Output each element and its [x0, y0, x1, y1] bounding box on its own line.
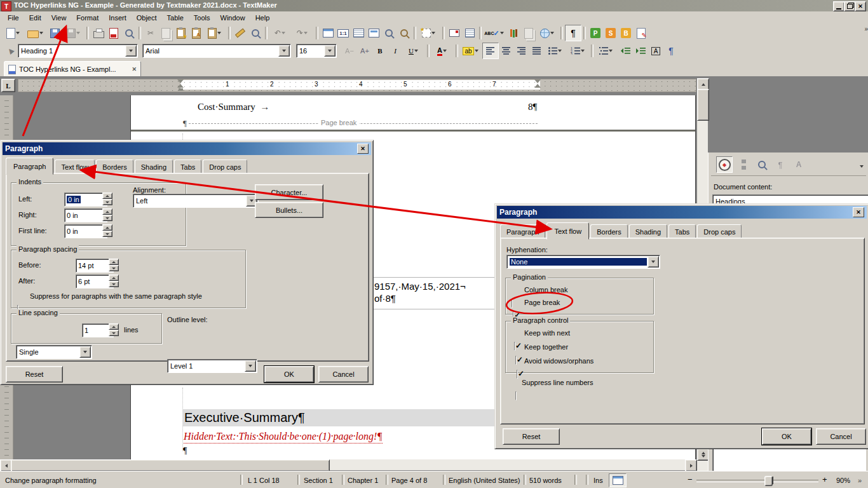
app-icon[interactable]: T: [1, 1, 11, 11]
save-all-button[interactable]: [62, 25, 85, 41]
right-indent-marker-top[interactable]: [534, 79, 541, 83]
left-indent-spinner[interactable]: [102, 193, 112, 205]
reset-button[interactable]: Reset: [6, 366, 63, 383]
undo-button[interactable]: ↶: [269, 25, 292, 41]
before-field[interactable]: 14 pt: [76, 259, 114, 273]
before-spinner[interactable]: [109, 259, 119, 271]
tab-shading[interactable]: Shading: [629, 224, 667, 239]
paste-special-button[interactable]: ★: [173, 25, 189, 41]
character-button[interactable]: Character...: [255, 184, 323, 200]
menu-table[interactable]: Table: [162, 13, 189, 23]
tab-paragraph[interactable]: Paragraph: [500, 224, 545, 239]
numbered-list-button[interactable]: 123: [567, 43, 589, 58]
dialog2-close-button[interactable]: ✕: [853, 207, 864, 217]
paste-button[interactable]: [204, 25, 226, 41]
thesaurus-button[interactable]: [506, 25, 521, 41]
minimize-button[interactable]: [833, 1, 844, 11]
show-formatting-marks-button[interactable]: ¶: [565, 25, 581, 41]
doc-fragment-line2[interactable]: of·8¶: [374, 293, 396, 304]
menu-format[interactable]: Format: [71, 13, 104, 23]
grow-font-button[interactable]: A+: [357, 43, 372, 58]
exec-summary-heading[interactable]: Executive·Summary¶: [184, 410, 305, 425]
line-spacing-dropdown[interactable]: [79, 346, 91, 358]
bullets-button[interactable]: Bullets...: [255, 202, 323, 218]
copy-button[interactable]: [158, 25, 173, 41]
save-button[interactable]: [47, 25, 62, 41]
status-overflow-chevron[interactable]: »: [858, 477, 862, 484]
suppress-line-numbers-checkbox[interactable]: [515, 391, 517, 400]
status-word-count[interactable]: 510 words: [529, 477, 562, 484]
cut-button[interactable]: ✂: [143, 25, 158, 41]
cancel-button[interactable]: Cancel: [318, 366, 369, 383]
dialog2-title-bar[interactable]: Paragraph ✕: [497, 206, 867, 219]
avoid-widows-checkbox[interactable]: [517, 370, 518, 379]
after-spinner[interactable]: [109, 274, 119, 287]
ok-button[interactable]: OK: [264, 366, 314, 383]
status-section[interactable]: Section 1: [304, 477, 333, 484]
menu-tools[interactable]: Tools: [189, 13, 215, 23]
tab-borders[interactable]: Borders: [590, 224, 628, 239]
doc-heading-line[interactable]: Cost·Summary →: [198, 102, 269, 112]
zoom-level-button[interactable]: [397, 25, 412, 41]
hidden-text-line[interactable]: Hidden·Text:·This·Should·be·one·(1)·page…: [184, 431, 383, 444]
bullet-list-button[interactable]: [545, 43, 567, 58]
style-dropdown-button[interactable]: [125, 45, 137, 57]
menu-object[interactable]: Object: [132, 13, 162, 23]
status-chapter[interactable]: Chapter 1: [348, 477, 378, 484]
view-whole-page-button[interactable]: [351, 25, 366, 41]
view-normal-button[interactable]: [609, 473, 627, 487]
align-left-button[interactable]: [482, 43, 499, 59]
doc-fragment-line1[interactable]: 9157,·May·15,·2021¬: [374, 281, 466, 292]
format-painter-button[interactable]: [233, 25, 248, 41]
redo-button[interactable]: ↷: [292, 25, 314, 41]
tab-text-flow[interactable]: Text flow: [546, 222, 589, 240]
menu-file[interactable]: File: [3, 13, 24, 23]
increase-indent-button[interactable]: [633, 43, 648, 58]
script-button[interactable]: ✎: [634, 25, 649, 41]
hyphenation-combo[interactable]: None: [506, 255, 660, 269]
align-right-button[interactable]: [514, 43, 529, 58]
highlight-button[interactable]: ab: [460, 43, 482, 58]
reset-button[interactable]: Reset: [503, 428, 560, 445]
spellcheck-button[interactable]: ABC✓: [484, 25, 506, 41]
basicmaker-button[interactable]: B: [618, 25, 634, 41]
zoom-out-button[interactable]: −: [688, 475, 693, 484]
paragraph-styles-button[interactable]: ¶: [773, 157, 788, 172]
view-side-by-side-button[interactable]: [462, 25, 477, 41]
blocks-tab-button[interactable]: [736, 157, 751, 172]
translate-button[interactable]: [536, 25, 559, 41]
font-combo[interactable]: Arial: [142, 44, 291, 58]
menu-edit[interactable]: Edit: [24, 13, 46, 23]
sidebar-options-dropdown[interactable]: [860, 161, 864, 169]
view-normal-button[interactable]: [366, 25, 381, 41]
menu-window[interactable]: Window: [215, 13, 250, 23]
font-color-button[interactable]: A: [431, 43, 454, 58]
tab-close-icon[interactable]: ✕: [132, 66, 137, 72]
insert-mode-indicator[interactable]: Ins: [593, 477, 603, 484]
dialog1-title-bar[interactable]: Paragraph ✕: [3, 142, 371, 155]
tab-shading[interactable]: Shading: [135, 159, 173, 174]
insert-comment-button[interactable]: [447, 25, 462, 41]
tab-tabs[interactable]: Tabs: [668, 224, 696, 239]
paste-formatted-button[interactable]: A: [189, 25, 204, 41]
right-indent-field[interactable]: 0 in: [64, 208, 107, 222]
zoom-slider-thumb[interactable]: [764, 476, 773, 486]
navigation-tab-button[interactable]: ◆: [716, 156, 733, 173]
tab-type-selector[interactable]: L: [1, 79, 15, 92]
left-indent-field[interactable]: 0 in: [64, 193, 107, 207]
horizontal-scroll-thumb[interactable]: [11, 459, 330, 471]
print-button[interactable]: [91, 25, 106, 41]
first-line-indent-marker[interactable]: [177, 79, 184, 83]
print-preview-button[interactable]: [121, 25, 137, 41]
justify-button[interactable]: [529, 43, 545, 58]
zoom-level-value[interactable]: 90%: [836, 477, 850, 484]
menu-view[interactable]: View: [46, 13, 72, 23]
font-size-dropdown-button[interactable]: [324, 45, 336, 57]
outline-level-dropdown[interactable]: [245, 360, 256, 372]
tab-paragraph[interactable]: Paragraph: [6, 158, 53, 175]
outline-level-combo[interactable]: Level 1: [167, 359, 257, 373]
ok-button[interactable]: OK: [762, 428, 811, 445]
open-button[interactable]: [25, 25, 47, 41]
horizontal-scrollbar[interactable]: [0, 459, 696, 470]
shrink-font-button[interactable]: A−: [342, 43, 357, 58]
